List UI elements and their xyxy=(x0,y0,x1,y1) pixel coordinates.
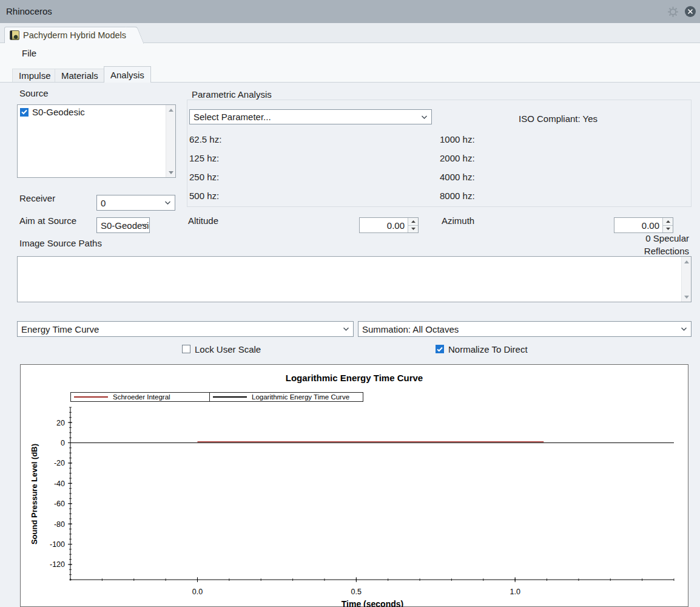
receiver-select[interactable]: 0 xyxy=(96,195,175,211)
iso-compliant-text: ISO Compliant: Yes xyxy=(519,114,597,124)
curve-type-value: Energy Time Curve xyxy=(21,324,99,334)
azimuth-value[interactable]: 0.00 xyxy=(642,218,659,232)
source-label: Source xyxy=(19,88,49,98)
svg-text:20: 20 xyxy=(56,419,65,427)
chart-title: Logarithmic Energy Time Curve xyxy=(21,373,688,383)
summation-value: Summation: All Octaves xyxy=(362,324,459,334)
svg-text:-100: -100 xyxy=(50,540,65,549)
aim-at-source-select[interactable]: S0-Geodesic xyxy=(96,217,150,233)
freq-label-1000: 1000 hz: xyxy=(440,134,475,144)
receiver-value: 0 xyxy=(101,198,106,208)
scroll-up-icon[interactable] xyxy=(166,105,176,115)
svg-text:-60: -60 xyxy=(54,500,65,508)
scroll-down-icon[interactable] xyxy=(682,292,692,302)
altitude-spinner[interactable]: 0.00 xyxy=(359,217,419,233)
energy-time-curve-chart: 200-20-40-60-80-100-1200.00.51.0 Logarit… xyxy=(20,364,688,607)
source-list-item[interactable]: S0-Geodesic xyxy=(18,105,175,119)
svg-text:0.5: 0.5 xyxy=(351,588,362,596)
summation-select[interactable]: Summation: All Octaves xyxy=(358,321,692,337)
close-icon[interactable] xyxy=(684,5,696,18)
normalize-to-direct-label[interactable]: Normalize To Direct xyxy=(448,344,528,354)
normalize-to-direct-box[interactable] xyxy=(436,345,444,353)
aim-at-source-label: Aim at Source xyxy=(19,215,76,226)
azimuth-label: Azimuth xyxy=(442,215,474,226)
image-source-paths-listbox[interactable] xyxy=(17,256,692,302)
freq-label-4000: 4000 hz: xyxy=(440,172,475,182)
normalize-to-direct-checkbox[interactable]: Normalize To Direct xyxy=(436,344,528,354)
image-source-paths-label: Image Source Paths xyxy=(19,238,102,248)
chevron-down-icon xyxy=(343,327,349,331)
legend-swatch xyxy=(74,396,108,398)
lock-user-scale-checkbox[interactable]: Lock User Scale xyxy=(182,344,261,354)
svg-text:-80: -80 xyxy=(54,520,65,529)
svg-text:0: 0 xyxy=(61,439,65,447)
scroll-down-icon[interactable] xyxy=(166,168,176,177)
freq-label-62: 62.5 hz: xyxy=(189,134,221,144)
freq-label-125: 125 hz: xyxy=(189,153,219,163)
svg-text:-120: -120 xyxy=(50,560,65,569)
curve-type-select[interactable]: Energy Time Curve xyxy=(17,321,354,337)
titlebar: Rhinoceros xyxy=(0,0,700,23)
source-scrollbar[interactable] xyxy=(166,105,175,177)
freq-label-8000: 8000 hz: xyxy=(440,191,475,201)
y-axis-title: Sound Pressure Level (dB) xyxy=(30,444,39,544)
window-title: Rhinoceros xyxy=(6,6,52,16)
legend-item-etc: Logarithmic Energy Time Curve xyxy=(209,392,363,402)
legend-item-schroeder: Schroeder Integral xyxy=(70,392,210,402)
tab-analysis[interactable]: Analysis xyxy=(104,66,151,83)
receiver-label: Receiver xyxy=(19,193,55,203)
altitude-value[interactable]: 0.00 xyxy=(387,218,405,232)
chevron-down-icon xyxy=(421,115,428,119)
titlebar-icons xyxy=(667,0,696,23)
legend-label: Logarithmic Energy Time Curve xyxy=(252,393,349,401)
menu-file[interactable]: File xyxy=(18,46,40,60)
spin-up-icon[interactable] xyxy=(408,218,418,225)
chevron-down-icon xyxy=(141,223,147,227)
tab-impulse[interactable]: Impulse xyxy=(12,69,58,82)
gear-icon[interactable] xyxy=(667,6,679,18)
svg-text:1.0: 1.0 xyxy=(510,588,520,596)
azimuth-spin-buttons xyxy=(662,218,673,232)
freq-label-2000: 2000 hz: xyxy=(440,153,475,163)
source-item-checkbox[interactable] xyxy=(20,108,29,117)
specular-reflections-text: 0 Specular Reflections xyxy=(625,232,689,257)
legend-swatch xyxy=(213,396,247,398)
parameter-select[interactable]: Select Parameter... xyxy=(189,109,432,124)
spin-up-icon[interactable] xyxy=(663,218,673,225)
paths-scrollbar[interactable] xyxy=(681,257,691,302)
legend-label: Schroeder Integral xyxy=(113,393,170,401)
lock-user-scale-label[interactable]: Lock User Scale xyxy=(195,344,261,354)
svg-text:-20: -20 xyxy=(54,459,65,467)
tab-pachyderm-hybrid-models[interactable]: Pachyderm Hybrid Models xyxy=(4,27,136,43)
svg-text:-40: -40 xyxy=(54,480,65,488)
plugin-tab-label: Pachyderm Hybrid Models xyxy=(23,30,126,40)
svg-text:0.0: 0.0 xyxy=(192,588,203,596)
pachyderm-icon xyxy=(10,30,19,40)
freq-label-500: 500 hz: xyxy=(189,191,219,201)
lock-user-scale-box[interactable] xyxy=(182,345,190,353)
azimuth-spinner[interactable]: 0.00 xyxy=(614,217,673,233)
altitude-label: Altitude xyxy=(188,215,218,226)
x-axis-title: Time (seconds) xyxy=(281,599,463,607)
source-listbox[interactable]: S0-Geodesic xyxy=(17,104,176,178)
freq-label-250: 250 hz: xyxy=(189,172,219,182)
chart-legend: Schroeder Integral Logarithmic Energy Ti… xyxy=(70,392,363,402)
source-item-label: S0-Geodesic xyxy=(32,107,85,117)
spin-down-icon[interactable] xyxy=(408,225,418,233)
parameter-select-value: Select Parameter... xyxy=(194,112,271,122)
parametric-analysis-title: Parametric Analysis xyxy=(189,89,274,100)
chevron-down-icon xyxy=(681,327,687,331)
scroll-up-icon[interactable] xyxy=(682,257,692,266)
altitude-spin-buttons xyxy=(408,218,418,232)
tab-materials[interactable]: Materials xyxy=(55,69,105,82)
chevron-down-icon xyxy=(164,201,171,205)
